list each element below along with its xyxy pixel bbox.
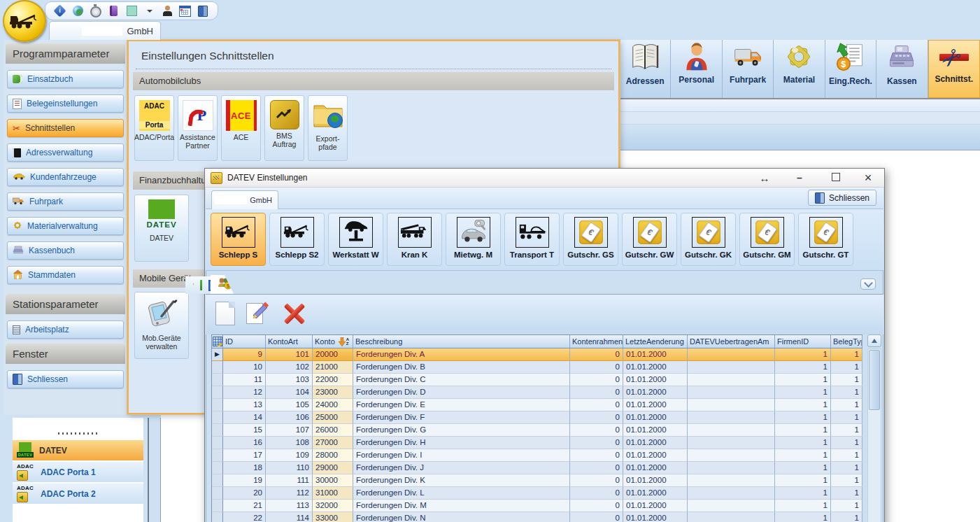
column-header-beschreibung[interactable]: Beschreibung	[353, 335, 570, 348]
table-row[interactable]: ▶910120000Forderungen Div. A001.01.20001…	[212, 348, 862, 361]
sidebar-item-arbeitsplatz[interactable]: Arbeitsplatz	[7, 320, 124, 339]
table-row[interactable]: 1610827000Forderungen Div. H001.01.20001…	[212, 437, 862, 449]
sidebar-item-materialverwaltung[interactable]: Materialverwaltung	[7, 217, 124, 235]
user-button[interactable]	[161, 4, 173, 18]
module-adressen-button[interactable]: Adressen	[620, 40, 671, 98]
resize-horizontal-button[interactable]: ↔	[754, 172, 775, 184]
maximize-button[interactable]	[825, 172, 846, 183]
table-row[interactable]: 1710928000Forderungen Div. I001.01.20001…	[212, 449, 862, 462]
row-selector-cell[interactable]	[212, 449, 223, 462]
vehicle-werkstatt-w-button[interactable]: Werkstatt W	[328, 213, 383, 266]
table-row[interactable]: 1410625000Forderungen Div. F001.01.20001…	[212, 411, 862, 424]
module-material-button[interactable]: Material	[774, 40, 825, 98]
app-logo-icon[interactable]	[3, 0, 46, 42]
stopwatch-button[interactable]	[90, 4, 102, 18]
notebook-button[interactable]	[108, 4, 120, 18]
row-selector-cell[interactable]: ▶	[212, 348, 223, 361]
sidebar-item-kundenfahrzeuge[interactable]: Kundenfahrzeuge	[7, 168, 124, 186]
table-row[interactable]: 1210423000Forderungen Div. D001.01.20001…	[212, 386, 862, 399]
settings-datev-button[interactable]: DATEVDATEV	[134, 195, 189, 262]
vehicle-gutschr-gs-button[interactable]: €Gutschr. GS	[563, 213, 618, 266]
tab-overflow-button[interactable]	[860, 278, 876, 290]
vehicle-transport-t-button[interactable]: Transport T	[504, 213, 560, 266]
table-row[interactable]: 1310524000Forderungen Div. E001.01.20001…	[212, 399, 862, 411]
schliessen-button[interactable]: Schliessen	[808, 190, 876, 206]
vertical-scrollbar[interactable]	[867, 334, 881, 522]
table-row[interactable]: 2111332000Forderungen Div. M001.01.20001…	[212, 500, 862, 512]
column-header-id[interactable]: ID	[223, 335, 266, 348]
table-row[interactable]: 1510726000Forderungen Div. G001.01.20001…	[212, 424, 862, 437]
interface-item-datev[interactable]: DATEVDATEV	[13, 439, 143, 460]
row-selector-cell[interactable]	[212, 361, 223, 374]
table-row[interactable]: 2211433000Forderungen Div. N001.01.20001…	[212, 512, 862, 522]
module-schnittst-button[interactable]: ✂Schnittst.	[928, 40, 980, 98]
vehicle-gutschr-gt-button[interactable]: €Gutschr. GT	[798, 213, 853, 266]
vehicle-schlepp-s2-button[interactable]: Schlepp S2	[269, 213, 325, 266]
row-selector-header[interactable]	[212, 335, 223, 348]
dropdown-arrow-button[interactable]	[143, 4, 156, 18]
table-row[interactable]: 1811029000Forderungen Div. J001.01.20001…	[212, 462, 862, 474]
row-selector-cell[interactable]	[212, 374, 223, 386]
column-header-letzteaenderung[interactable]: LetzteAenderung	[623, 335, 688, 348]
column-header-kontoart[interactable]: KontoArt	[266, 335, 313, 348]
sidebar-item-schnittstellen[interactable]: ✂Schnittstellen	[7, 119, 124, 137]
module-eing-rech-button[interactable]: $Eing.Rech.	[825, 40, 876, 98]
row-selector-cell[interactable]	[212, 437, 223, 449]
sidebar-item-kassenbuch[interactable]: Kassenbuch	[7, 241, 124, 260]
table-row[interactable]: 1911130000Forderungen Div. K001.01.20001…	[212, 474, 862, 487]
settings-mob-ger-te-verwalten-button[interactable]: Mob.Geräte verwalten	[134, 292, 189, 359]
settings-ace-button[interactable]: ACEACE	[221, 95, 261, 161]
column-header-firmenid[interactable]: FirmenID	[775, 335, 831, 348]
module-personal-button[interactable]: Personal	[671, 40, 722, 98]
edit-record-button[interactable]	[246, 302, 270, 328]
table-row[interactable]: 1110322000Forderungen Div. C001.01.20001…	[212, 374, 862, 386]
column-header-belegtypid[interactable]: BelegTypID	[831, 335, 862, 348]
row-selector-cell[interactable]	[212, 512, 223, 522]
settings-assistance-partner-button[interactable]: PAssistance Partner	[178, 95, 218, 161]
row-selector-cell[interactable]	[212, 487, 223, 500]
calendar-button[interactable]	[179, 4, 192, 18]
row-selector-cell[interactable]	[212, 411, 223, 424]
row-selector-cell[interactable]	[212, 474, 223, 487]
vehicle-gutschr-gm-button[interactable]: €Gutschr. GM	[739, 213, 795, 266]
sidebar-item-adressverwaltung[interactable]: Adressverwaltung	[7, 143, 124, 162]
settings-export-pfade-button[interactable]: Export-pfade	[308, 95, 348, 161]
row-selector-cell[interactable]	[212, 500, 223, 512]
interface-item-adac-porta-2[interactable]: ADACADAC Porta 2	[13, 482, 143, 504]
vehicle-mietwg-m-button[interactable]: Mietwg. M	[446, 213, 501, 266]
close-button[interactable]: ×	[858, 171, 879, 185]
main-company-tab[interactable]: GmbH	[49, 21, 161, 40]
exit-door-button[interactable]	[197, 4, 210, 18]
info-diamond-button[interactable]: i	[54, 4, 66, 18]
vehicle-gutschr-gk-button[interactable]: €Gutschr. GK	[681, 213, 736, 266]
vehicle-gutschr-gw-button[interactable]: €Gutschr. GW	[622, 213, 677, 266]
column-header-datevuebertragenam[interactable]: DATEVUebertragenAm	[688, 335, 775, 348]
module-kassen-button[interactable]: Kassen	[876, 40, 928, 98]
table-row[interactable]: 1010221000Forderungen Div. B001.01.20001…	[212, 361, 862, 374]
settings-bms-auftrag-button[interactable]: BMS Auftrag	[264, 95, 304, 161]
vehicle-schlepp-s-button[interactable]: Schlepp S	[211, 213, 266, 266]
row-selector-cell[interactable]	[212, 399, 223, 411]
table-row[interactable]: 2011231000Forderungen Div. L001.01.20001…	[212, 487, 862, 500]
scrollbar-thumb[interactable]	[869, 350, 880, 410]
row-selector-cell[interactable]	[212, 424, 223, 437]
row-selector-cell[interactable]	[212, 386, 223, 399]
delete-record-button[interactable]	[281, 300, 308, 330]
module-fuhrpark-button[interactable]: Fuhrpark	[723, 40, 774, 98]
scroll-up-button[interactable]	[867, 334, 881, 347]
globe-button[interactable]	[72, 4, 85, 18]
row-selector-cell[interactable]	[212, 462, 223, 474]
panel-grab-handle[interactable]	[13, 418, 143, 439]
swatch-button[interactable]	[125, 4, 138, 18]
minimize-button[interactable]: –	[789, 172, 810, 183]
vehicle-kran-k-button[interactable]: Kran K	[387, 213, 442, 266]
new-record-button[interactable]	[215, 302, 235, 328]
sidebar-item-belegeinstellungen[interactable]: Belegeinstellungen	[7, 94, 124, 113]
sidebar-item-einsatzbuch[interactable]: Einsatzbuch	[7, 70, 124, 88]
dialog-company-tab[interactable]: GmbH	[211, 190, 278, 209]
sidebar-item-fuhrpark[interactable]: Fuhrpark	[7, 192, 124, 211]
scrollbar-track[interactable]	[867, 348, 881, 522]
column-header-kontenrahmen[interactable]: Kontenrahmen	[570, 335, 623, 348]
datev-dialog-titlebar[interactable]: DATEV Einstellungen ↔ – ×	[205, 169, 884, 188]
sidebar-item-stammdaten[interactable]: Stammdaten	[7, 266, 124, 284]
